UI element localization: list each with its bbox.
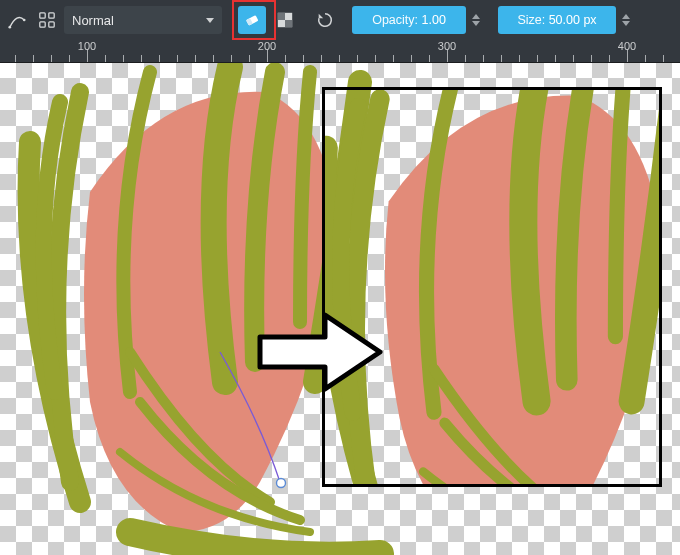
horizontal-ruler: 100200300400: [0, 40, 680, 63]
canvas-viewport[interactable]: [0, 62, 680, 555]
ruler-label: 100: [78, 40, 96, 52]
opacity-label: Opacity:: [372, 13, 418, 27]
svg-point-0: [8, 26, 11, 29]
alpha-lock-icon[interactable]: [272, 6, 298, 34]
ruler-label: 300: [438, 40, 456, 52]
size-value: 50.00 px: [549, 13, 597, 27]
svg-rect-3: [49, 13, 54, 18]
transition-arrow-icon: [255, 307, 385, 397]
opacity-value: 1.00: [422, 13, 446, 27]
opacity-spin-arrows[interactable]: [472, 6, 484, 34]
ruler-label: 200: [258, 40, 276, 52]
eraser-mode-wrap: [236, 3, 268, 37]
opacity-field[interactable]: Opacity: 1.00: [352, 6, 466, 34]
chevron-up-icon: [472, 14, 480, 19]
tool-options-toolbar: Normal Opacity: 1.00: [0, 0, 680, 40]
canvas-artwork-after: [322, 87, 662, 487]
chevron-down-icon: [622, 21, 630, 26]
svg-point-1: [23, 19, 26, 22]
ruler-label: 400: [618, 40, 636, 52]
size-label: Size:: [517, 13, 545, 27]
reload-brush-icon[interactable]: [312, 6, 338, 34]
size-field[interactable]: Size: 50.00 px: [498, 6, 616, 34]
blend-mode-value: Normal: [72, 13, 114, 28]
svg-rect-2: [40, 13, 45, 18]
size-spin-arrows[interactable]: [622, 6, 634, 34]
chevron-down-icon: [206, 18, 214, 23]
svg-rect-9: [278, 13, 285, 20]
eraser-mode-toggle[interactable]: [238, 6, 266, 34]
chevron-down-icon: [472, 21, 480, 26]
brush-presets-icon[interactable]: [34, 6, 60, 34]
svg-rect-5: [49, 22, 54, 27]
blend-mode-select[interactable]: Normal: [64, 6, 222, 34]
path-tool-icon[interactable]: [4, 6, 30, 34]
result-inset-frame: [322, 87, 662, 487]
svg-rect-4: [40, 22, 45, 27]
chevron-up-icon: [622, 14, 630, 19]
svg-rect-10: [285, 20, 292, 27]
